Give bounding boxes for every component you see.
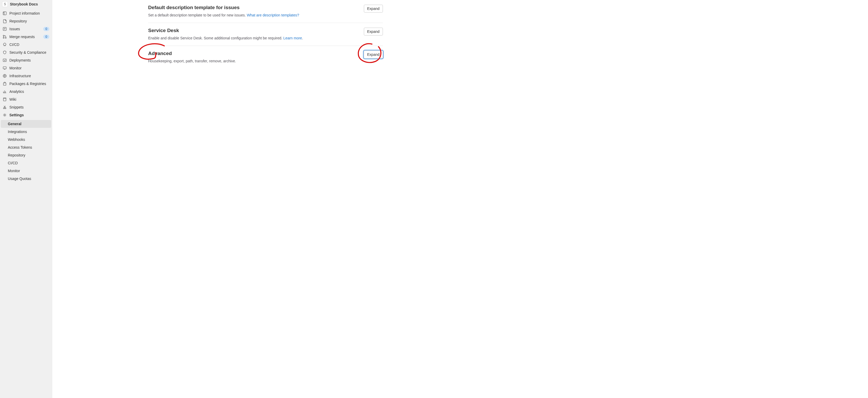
issues-count-badge: 0 xyxy=(43,27,49,31)
issues-icon xyxy=(3,27,7,31)
project-title: Storybook Docs xyxy=(10,2,38,6)
nav-label: Packages & Registries xyxy=(9,82,49,86)
subnav-item-access-tokens[interactable]: Access Tokens xyxy=(0,144,52,151)
nav-label: CI/CD xyxy=(9,42,49,47)
nav-item-snippets[interactable]: Snippets xyxy=(0,103,52,111)
nav-item-wiki[interactable]: Wiki xyxy=(0,95,52,103)
nav-label: Deployments xyxy=(9,58,49,62)
nav-label: Issues xyxy=(9,27,41,31)
svg-rect-5 xyxy=(3,59,6,62)
expand-button[interactable]: Expand xyxy=(364,28,383,35)
nav-label: Infrastructure xyxy=(9,74,49,78)
nav-label: Settings xyxy=(9,113,49,117)
section-desc: Housekeeping, export, path, transfer, re… xyxy=(148,58,360,64)
nav-label: Snippets xyxy=(9,105,49,109)
svg-point-4 xyxy=(5,37,6,38)
analytics-icon xyxy=(3,89,7,94)
svg-point-12 xyxy=(4,115,5,116)
nav-item-repository[interactable]: Repository xyxy=(0,17,52,25)
nav-item-project-information[interactable]: Project information xyxy=(0,9,52,17)
rocket-icon xyxy=(3,42,7,47)
svg-point-3 xyxy=(3,37,4,38)
expand-button[interactable]: Expand xyxy=(364,51,383,58)
svg-rect-6 xyxy=(3,67,6,69)
nav-item-issues[interactable]: Issues 0 xyxy=(0,25,52,33)
subnav-item-webhooks[interactable]: Webhooks xyxy=(0,135,52,144)
section-default-description-template: Default description template for issues … xyxy=(148,0,383,23)
nav-label: Wiki xyxy=(9,97,49,101)
svg-point-11 xyxy=(5,108,6,109)
sidebar: S Storybook Docs Project information Rep… xyxy=(0,0,52,398)
infra-icon xyxy=(3,74,7,78)
subnav-item-monitor[interactable]: Monitor xyxy=(0,167,52,175)
nav-list: Project information Repository Issues 0 … xyxy=(0,8,52,120)
subnav-item-general[interactable]: General xyxy=(1,120,51,128)
section-desc-text: Enable and disable Service Desk. Some ad… xyxy=(148,36,283,40)
subnav-item-cicd[interactable]: CI/CD xyxy=(0,159,52,167)
svg-rect-1 xyxy=(3,27,6,31)
project-header[interactable]: S Storybook Docs xyxy=(0,0,52,8)
section-service-desk: Service Desk Enable and disable Service … xyxy=(148,23,383,45)
nav-label: Repository xyxy=(9,19,49,23)
nav-item-security[interactable]: Security & Compliance xyxy=(0,49,52,56)
expand-button[interactable]: Expand xyxy=(364,5,383,12)
section-desc-text: Housekeeping, export, path, transfer, re… xyxy=(148,59,236,63)
nav-label: Merge requests xyxy=(9,35,41,39)
section-desc-post: . xyxy=(302,36,303,40)
monitor-icon xyxy=(3,66,7,70)
merge-icon xyxy=(3,35,7,39)
deploy-icon xyxy=(3,58,7,62)
section-desc: Enable and disable Service Desk. Some ad… xyxy=(148,35,360,41)
svg-point-2 xyxy=(3,35,4,36)
section-title: Default description template for issues xyxy=(148,5,360,10)
settings-icon xyxy=(3,113,7,117)
section-advanced: Advanced Housekeeping, export, path, tra… xyxy=(148,45,383,69)
nav-label: Analytics xyxy=(9,89,49,94)
subnav-item-repository[interactable]: Repository xyxy=(0,151,52,159)
nav-label: Security & Compliance xyxy=(9,50,49,55)
nav-item-monitor[interactable]: Monitor xyxy=(0,64,52,72)
main-content: Default description template for issues … xyxy=(52,0,868,398)
learn-more-link[interactable]: Learn more xyxy=(283,36,302,40)
svg-rect-8 xyxy=(3,83,6,85)
nav-label: Project information xyxy=(9,11,49,16)
wiki-icon xyxy=(3,97,7,101)
shield-icon xyxy=(3,50,7,55)
info-icon xyxy=(3,11,7,16)
nav-item-cicd[interactable]: CI/CD xyxy=(0,41,52,49)
nav-label: Monitor xyxy=(9,66,49,70)
section-desc-text: Set a default description template to be… xyxy=(148,13,247,17)
package-icon xyxy=(3,82,7,86)
nav-item-analytics[interactable]: Analytics xyxy=(0,88,52,95)
svg-rect-0 xyxy=(3,12,6,15)
nav-item-packages[interactable]: Packages & Registries xyxy=(0,80,52,88)
description-templates-link[interactable]: What are description templates? xyxy=(247,13,299,17)
section-desc: Set a default description template to be… xyxy=(148,12,360,18)
nav-item-deployments[interactable]: Deployments xyxy=(0,56,52,64)
section-title: Service Desk xyxy=(148,28,360,33)
subnav-item-usage-quotas[interactable]: Usage Quotas xyxy=(0,175,52,183)
svg-rect-9 xyxy=(3,98,6,101)
svg-point-10 xyxy=(3,108,4,109)
subnav-item-integrations[interactable]: Integrations xyxy=(0,128,52,135)
section-title: Advanced xyxy=(148,51,360,56)
nav-item-merge-requests[interactable]: Merge requests 0 xyxy=(0,33,52,41)
repo-icon xyxy=(3,19,7,23)
mr-count-badge: 0 xyxy=(43,35,49,39)
snippets-icon xyxy=(3,105,7,109)
settings-subnav: General Integrations Webhooks Access Tok… xyxy=(0,120,52,183)
project-avatar: S xyxy=(2,1,8,7)
nav-item-settings[interactable]: Settings xyxy=(0,111,52,119)
nav-item-infrastructure[interactable]: Infrastructure xyxy=(0,72,52,80)
